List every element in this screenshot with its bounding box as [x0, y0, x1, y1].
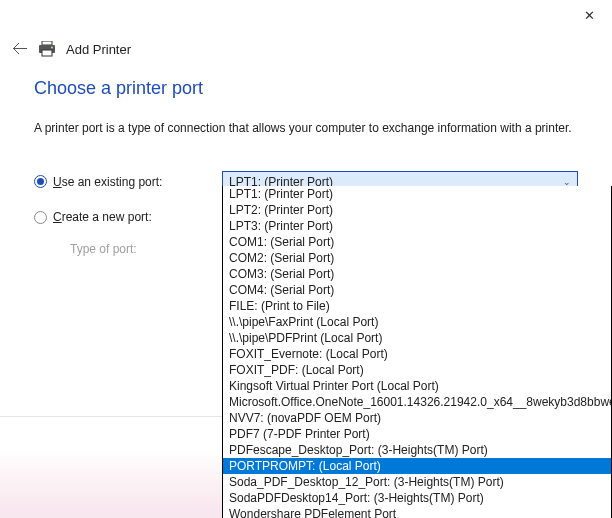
- close-icon: ✕: [584, 8, 595, 23]
- dropdown-option[interactable]: Kingsoft Virtual Printer Port (Local Por…: [223, 378, 611, 394]
- page-title: Choose a printer port: [34, 78, 578, 99]
- svg-point-3: [51, 47, 53, 49]
- type-of-port-label: Type of port:: [34, 242, 222, 256]
- dropdown-option[interactable]: LPT1: (Printer Port): [223, 186, 611, 202]
- dropdown-option[interactable]: Wondershare PDFelement Port: [223, 506, 611, 518]
- dropdown-option[interactable]: PDF7 (7-PDF Printer Port): [223, 426, 611, 442]
- svg-rect-2: [42, 50, 52, 56]
- radio-create-new-port[interactable]: Create a new port:: [34, 210, 222, 224]
- dropdown-option[interactable]: LPT2: (Printer Port): [223, 202, 611, 218]
- dropdown-option[interactable]: \\.\pipe\FaxPrint (Local Port): [223, 314, 611, 330]
- radio-unchecked-icon: [34, 211, 47, 224]
- port-dropdown-list[interactable]: LPT1: (Printer Port)LPT2: (Printer Port)…: [222, 186, 612, 518]
- dropdown-option[interactable]: FOXIT_PDF: (Local Port): [223, 362, 611, 378]
- dropdown-option[interactable]: PORTPROMPT: (Local Port): [223, 458, 611, 474]
- dropdown-option[interactable]: NVV7: (novaPDF OEM Port): [223, 410, 611, 426]
- radio-use-existing-label: Use an existing port:: [53, 175, 162, 189]
- dropdown-option[interactable]: PDFescape_Desktop_Port: (3-Heights(TM) P…: [223, 442, 611, 458]
- dropdown-option[interactable]: \\.\pipe\PDFPrint (Local Port): [223, 330, 611, 346]
- dropdown-option[interactable]: COM3: (Serial Port): [223, 266, 611, 282]
- dropdown-option[interactable]: FILE: (Print to File): [223, 298, 611, 314]
- back-button[interactable]: 🡠: [12, 40, 28, 58]
- radio-create-new-label: Create a new port:: [53, 210, 152, 224]
- svg-rect-0: [42, 41, 52, 45]
- titlebar: ✕: [0, 0, 612, 30]
- dropdown-option[interactable]: SodaPDFDesktop14_Port: (3-Heights(TM) Po…: [223, 490, 611, 506]
- page-description: A printer port is a type of connection t…: [34, 121, 578, 135]
- radio-checked-icon: [34, 175, 47, 188]
- wizard-title: Add Printer: [66, 42, 131, 57]
- close-button[interactable]: ✕: [566, 0, 612, 30]
- printer-icon: [38, 41, 56, 57]
- chevron-down-icon: ⌄: [563, 177, 571, 187]
- wizard-header: 🡠 Add Printer: [0, 30, 612, 72]
- dropdown-option[interactable]: FOXIT_Evernote: (Local Port): [223, 346, 611, 362]
- dropdown-option[interactable]: LPT3: (Printer Port): [223, 218, 611, 234]
- dropdown-option[interactable]: Soda_PDF_Desktop_12_Port: (3-Heights(TM)…: [223, 474, 611, 490]
- dropdown-option[interactable]: COM2: (Serial Port): [223, 250, 611, 266]
- radio-use-existing-port[interactable]: Use an existing port:: [34, 175, 222, 189]
- dropdown-option[interactable]: COM1: (Serial Port): [223, 234, 611, 250]
- dropdown-option[interactable]: Microsoft.Office.OneNote_16001.14326.219…: [223, 394, 611, 410]
- dropdown-option[interactable]: COM4: (Serial Port): [223, 282, 611, 298]
